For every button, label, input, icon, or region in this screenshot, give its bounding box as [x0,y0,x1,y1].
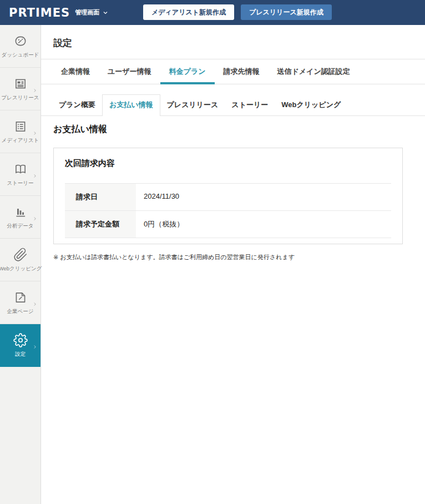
subtab-story[interactable]: ストーリー [225,95,275,115]
sidebar-item-label: 分析データ [7,223,34,230]
app-window: PRTIMES 管理画面 メディアリスト新規作成 プレスリリース新規作成 [0,0,425,504]
sidebar-item-media-list[interactable]: メディアリスト [0,110,41,153]
chevron-right-icon [32,214,38,224]
chevron-right-icon [32,128,38,138]
sidebar-nav: ダッシュボード プレスリリース [0,25,41,504]
sidebar-item-story[interactable]: ストーリー [0,153,41,196]
subtab-plan-overview[interactable]: プラン概要 [52,95,102,115]
list-icon [13,119,28,134]
chevron-right-icon [32,342,38,352]
top-header-bar: PRTIMES 管理画面 メディアリスト新規作成 プレスリリース新規作成 [0,0,425,25]
sidebar-item-press-release[interactable]: プレスリリース [0,68,41,110]
tab-user-info[interactable]: ユーザー情報 [99,59,160,84]
subtab-web-clipping[interactable]: Webクリッピング [275,95,347,115]
tab-billing-info[interactable]: 請求先情報 [215,59,269,84]
header-actions: メディアリスト新規作成 プレスリリース新規作成 [143,4,332,20]
bar-chart-icon [13,204,28,220]
row-label: 請求日 [65,184,136,210]
create-press-release-button[interactable]: プレスリリース新規作成 [241,4,332,20]
document-edit-icon [13,290,28,305]
prtimes-logo: PRTIMES [9,6,70,19]
sidebar-item-label: ストーリー [7,180,33,187]
sidebar-item-settings[interactable]: 設定 [0,324,41,367]
next-billing-card: 次回請求内容 請求日 2024/11/30 請求予定金額 0円（税抜） [53,148,403,244]
sidebar-item-label: 設定 [15,351,26,358]
sidebar-item-analytics[interactable]: 分析データ [0,196,41,239]
main-content: 設定 企業情報 ユーザー情報 料金プラン 請求先情報 送信ドメイン認証設定 プラ… [41,25,425,504]
tab-price-plan[interactable]: 料金プラン [160,59,215,84]
card-title-next-billing: 次回請求内容 [65,158,391,169]
row-label: 請求予定金額 [65,211,136,238]
chevron-down-icon[interactable] [102,9,109,16]
create-media-list-button[interactable]: メディアリスト新規作成 [143,4,234,20]
sidebar-item-web-clipping[interactable]: Webクリッピング [0,239,41,281]
table-row-billing-amount: 請求予定金額 0円（税抜） [65,210,391,238]
billing-table: 請求日 2024/11/30 請求予定金額 0円（税抜） [65,183,391,238]
paperclip-icon [13,247,28,263]
chevron-right-icon [32,171,38,181]
sidebar-item-label: 企業ページ [7,308,34,315]
subtab-press-release[interactable]: プレスリリース [160,95,225,115]
tab-sending-domain-auth[interactable]: 送信ドメイン認証設定 [269,59,359,84]
gear-icon [13,332,28,348]
admin-menu-label[interactable]: 管理画面 [75,8,99,17]
page-title: 設定 [41,25,425,59]
table-row-billing-date: 請求日 2024/11/30 [65,183,391,210]
sidebar-item-company-page[interactable]: 企業ページ [0,281,41,324]
plan-subtab-bar: プラン概要 お支払い情報 プレスリリース ストーリー Webクリッピング [41,94,425,116]
row-value: 0円（税抜） [136,211,191,238]
open-book-icon [13,162,28,177]
subtab-payment-info[interactable]: お支払い情報 [102,94,160,116]
newspaper-icon [13,76,28,92]
sidebar-item-label: ダッシュボード [2,52,39,59]
row-value: 2024/11/30 [136,184,187,210]
settings-tab-bar: 企業情報 ユーザー情報 料金プラン 請求先情報 送信ドメイン認証設定 [41,59,425,84]
section-title-payment-info: お支払い情報 [53,124,425,135]
tab-company-info[interactable]: 企業情報 [52,59,99,84]
chevron-right-icon [32,85,38,95]
dashboard-gauge-icon [13,33,28,49]
payment-note: ※ お支払いは請求書払いとなります。請求書はご利用締め日の翌営業日に発行されます [53,253,403,261]
sidebar-item-label: Webクリッピング [0,265,42,273]
chevron-right-icon [32,299,38,309]
sidebar-item-dashboard[interactable]: ダッシュボード [0,25,41,68]
